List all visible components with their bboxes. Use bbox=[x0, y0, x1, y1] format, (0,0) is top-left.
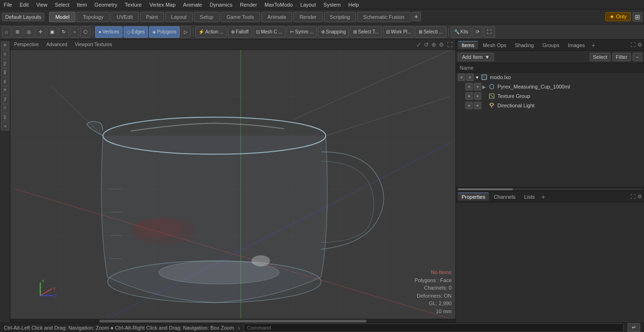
tab-scripting[interactable]: Scripting bbox=[324, 12, 356, 22]
toolbar-move[interactable]: ✛ bbox=[35, 26, 46, 38]
menu-render[interactable]: Render bbox=[236, 1, 261, 8]
viewport-textures-btn[interactable]: Viewport Textures bbox=[73, 41, 114, 48]
tab-meshops[interactable]: Mesh Ops bbox=[479, 41, 510, 49]
sidebar-btn-po[interactable]: Po bbox=[1, 95, 9, 104]
eye2-pyrex[interactable]: ● bbox=[474, 83, 481, 90]
sidebar-btn-f[interactable]: F bbox=[1, 122, 9, 130]
menu-file[interactable]: File bbox=[0, 1, 16, 8]
panel-expand-btn[interactable]: ⛶ bbox=[630, 42, 636, 48]
workplane-button[interactable]: ⊟ Work Pl... bbox=[383, 26, 414, 38]
layout-expand-button[interactable]: ⊞ bbox=[633, 12, 642, 22]
tab-render[interactable]: Render bbox=[293, 12, 322, 22]
toolbar-grid[interactable]: ⊞ bbox=[12, 26, 23, 38]
sidebar-btn-d[interactable]: D: bbox=[1, 50, 9, 59]
eye-texture[interactable]: ● bbox=[465, 92, 473, 100]
items-tree[interactable]: ● ● ▼ modo.lxo ● bbox=[456, 73, 644, 187]
sidebar-btn-b[interactable]: B. bbox=[1, 41, 9, 50]
menu-dynamics[interactable]: Dynamics bbox=[206, 1, 236, 8]
items-scroll-thumb[interactable] bbox=[458, 188, 513, 190]
tab-model[interactable]: Model bbox=[49, 12, 75, 22]
tab-properties[interactable]: Properties bbox=[458, 193, 489, 201]
eye-pyrex[interactable]: ● bbox=[465, 83, 473, 90]
sidebar-btn-du[interactable]: Du bbox=[1, 59, 9, 68]
toolbar-frame[interactable]: ▣ bbox=[47, 26, 58, 38]
viewport-icon-rotate[interactable]: ↺ bbox=[423, 40, 429, 49]
items-minus-button[interactable]: − bbox=[633, 53, 642, 61]
selecti-button[interactable]: ⊠ Selecti ... bbox=[415, 26, 446, 38]
sidebar-btn-c[interactable]: C: bbox=[1, 104, 9, 113]
menu-system[interactable]: System bbox=[320, 1, 345, 8]
tab-topology[interactable]: Topology bbox=[76, 12, 109, 22]
menu-vertexmap[interactable]: Vertex Map bbox=[146, 1, 180, 8]
toolbar-circle[interactable]: ○ bbox=[70, 26, 79, 38]
viewport-icon-settings[interactable]: ⚙ bbox=[438, 40, 445, 49]
viewport-icon-move[interactable]: ⤢ bbox=[415, 40, 422, 49]
toolbar-poly-type[interactable]: ▷ bbox=[181, 26, 191, 38]
toolbar-shield[interactable]: ⬡ bbox=[80, 26, 91, 38]
items-filter-button[interactable]: Filter bbox=[612, 53, 630, 61]
menu-animate[interactable]: Animate bbox=[179, 1, 206, 8]
menu-item[interactable]: Item bbox=[73, 1, 91, 8]
items-select-button[interactable]: Select bbox=[590, 53, 611, 61]
tab-layout[interactable]: Layout bbox=[165, 12, 193, 22]
tab-paint[interactable]: Paint bbox=[140, 12, 164, 22]
menu-maxtomodo[interactable]: MaxToModo bbox=[261, 1, 297, 8]
tab-uvedit[interactable]: UVEdit bbox=[110, 12, 139, 22]
toolbar-fullscreen[interactable]: ⛶ bbox=[484, 26, 495, 38]
menu-help[interactable]: Help bbox=[345, 1, 363, 8]
add-tab-button[interactable]: + bbox=[412, 12, 421, 21]
menu-geometry[interactable]: Geometry bbox=[91, 1, 121, 8]
tab-channels[interactable]: Channels bbox=[490, 193, 519, 201]
eye2-light[interactable]: ● bbox=[474, 102, 481, 109]
vertices-button[interactable]: ● Vertices bbox=[95, 26, 123, 38]
sidebar-btn-e[interactable]: E: bbox=[1, 86, 9, 95]
action-button[interactable]: ⚡ Action ... bbox=[195, 26, 227, 38]
tree-item-pyrex[interactable]: ● ● ▶ Pyrex_Measuring_Cup_1000ml bbox=[456, 82, 644, 91]
add-item-button[interactable]: Add Item ▼ bbox=[458, 53, 494, 61]
add-prop-tab[interactable]: + bbox=[541, 193, 545, 201]
eye-light[interactable]: ● bbox=[465, 102, 473, 109]
falloff-button[interactable]: ⊕ Falloff bbox=[228, 26, 252, 38]
command-go-button[interactable]: ↵ bbox=[627, 323, 640, 332]
tab-shading[interactable]: Shading bbox=[511, 41, 537, 49]
sidebar-btn-ve[interactable]: Ve bbox=[1, 77, 9, 86]
edges-button[interactable]: ◇ Edges bbox=[124, 26, 148, 38]
viewport-icon-zoom[interactable]: ⊕ bbox=[430, 40, 437, 49]
snapping-button[interactable]: ⊛ Snapping bbox=[318, 26, 349, 38]
tree-item-light[interactable]: ● ● ▶ Directional Light bbox=[456, 101, 644, 110]
toolbar-home[interactable]: ⌂ bbox=[2, 26, 11, 38]
menu-edit[interactable]: Edit bbox=[16, 1, 33, 8]
command-arrow[interactable]: › bbox=[238, 324, 240, 332]
panel-settings-btn[interactable]: ⚙ bbox=[637, 42, 642, 48]
tab-setup[interactable]: Setup bbox=[194, 12, 220, 22]
tree-item-modo-lxo[interactable]: ● ● ▼ modo.lxo bbox=[456, 73, 644, 82]
sidebar-btn-me[interactable]: Me bbox=[1, 68, 9, 77]
mesh-button[interactable]: ⊡ Mesh C ... bbox=[253, 26, 286, 38]
sidebar-btn-uv[interactable]: UV bbox=[1, 113, 9, 121]
tab-groups[interactable]: Groups bbox=[538, 41, 563, 49]
star-only-button[interactable]: ★ Only bbox=[605, 12, 631, 21]
viewport-scrollbar-h[interactable] bbox=[10, 319, 455, 323]
tab-items[interactable]: Items bbox=[458, 41, 478, 49]
symm-button[interactable]: ⊢ Symm ... bbox=[287, 26, 317, 38]
prop-settings-btn[interactable]: ⚙ bbox=[637, 194, 642, 200]
arrow-pyrex[interactable]: ▶ bbox=[482, 84, 488, 89]
tab-animate[interactable]: Animate bbox=[261, 12, 292, 22]
tab-lists[interactable]: Lists bbox=[520, 193, 539, 201]
prop-expand-btn[interactable]: ⛶ bbox=[630, 194, 636, 200]
menu-view[interactable]: View bbox=[33, 1, 51, 8]
tab-gametools[interactable]: Game Tools bbox=[221, 12, 261, 22]
menu-texture[interactable]: Texture bbox=[121, 1, 146, 8]
scrollbar-thumb[interactable] bbox=[99, 320, 366, 323]
tab-images[interactable]: Images bbox=[564, 41, 589, 49]
viewport-advanced-btn[interactable]: Advanced bbox=[44, 41, 69, 48]
items-scroll-track[interactable] bbox=[458, 188, 642, 190]
tab-schematic[interactable]: Schematic Fusion bbox=[357, 12, 410, 22]
tree-item-texture-group[interactable]: ● ● ▶ Texture Group bbox=[456, 91, 644, 101]
viewport[interactable]: X Z Y No Items Polygons : Face Channels:… bbox=[10, 50, 455, 319]
menu-layout[interactable]: Layout bbox=[297, 1, 320, 8]
eye2-modo-lxo[interactable]: ● bbox=[466, 73, 474, 81]
toolbar-lasso[interactable]: ◎ bbox=[24, 26, 34, 38]
arrow-modo-lxo[interactable]: ▼ bbox=[475, 75, 480, 80]
add-panel-tab[interactable]: + bbox=[592, 41, 595, 49]
